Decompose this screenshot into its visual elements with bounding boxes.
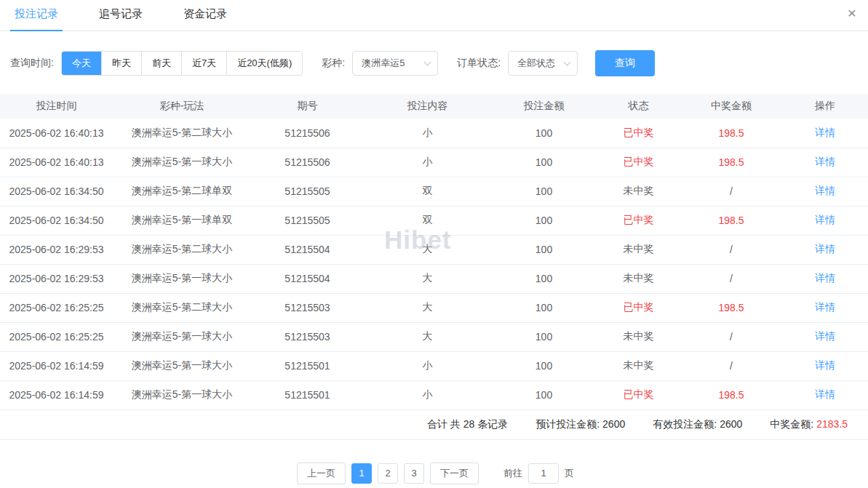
detail-link[interactable]: 详情 <box>815 127 835 138</box>
cell-action: 详情 <box>782 264 868 293</box>
cell-status: 已中奖 <box>597 148 680 177</box>
cell-issue: 51215506 <box>251 148 364 177</box>
lottery-select[interactable]: 澳洲幸运5 <box>352 51 438 76</box>
goto-suffix: 页 <box>565 467 574 480</box>
page-button-2[interactable]: 2 <box>378 463 398 484</box>
page-button-1[interactable]: 1 <box>351 463 372 484</box>
cell-action: 详情 <box>782 206 868 235</box>
page-button-3[interactable]: 3 <box>404 463 424 484</box>
summary-valid-value: 2600 <box>720 418 742 430</box>
time-filter-label: 查询时间: <box>10 57 54 70</box>
col-header-issue: 期号 <box>251 94 364 119</box>
cell-issue: 51215504 <box>251 235 364 264</box>
cell-amount: 100 <box>491 235 597 264</box>
cell-prize: 198.5 <box>680 148 782 177</box>
cell-content: 大 <box>364 235 491 264</box>
cell-bet-time: 2025-06-02 16:14:59 <box>0 380 113 409</box>
table-row: 2025-06-02 16:25:25 澳洲幸运5-第二球大小 51215503… <box>0 293 868 322</box>
cell-amount: 100 <box>491 177 597 206</box>
table-row: 2025-06-02 16:14:59 澳洲幸运5-第一球大小 51215501… <box>0 351 868 380</box>
cell-bet-time: 2025-06-02 16:25:25 <box>0 322 113 351</box>
cell-bet-time: 2025-06-02 16:25:25 <box>0 293 113 322</box>
cell-issue: 51215505 <box>251 206 364 235</box>
filter-bar: 查询时间: 今天 昨天 前天 近7天 近20天(低频) 彩种: 澳洲幸运5 订单… <box>10 50 868 76</box>
cell-issue: 51215506 <box>251 119 364 148</box>
cell-status: 未中奖 <box>597 351 680 380</box>
table-row: 2025-06-02 16:25:25 澳洲幸运5-第一球大小 51215503… <box>0 322 868 351</box>
cell-status: 已中奖 <box>597 206 680 235</box>
cell-amount: 100 <box>491 380 597 409</box>
chevron-down-icon <box>424 58 431 65</box>
summary-valid-label: 有效投注金额: <box>653 418 717 430</box>
cell-game: 澳洲幸运5-第二球大小 <box>113 235 251 264</box>
summary-prize: 中奖金额:2183.5 <box>770 418 848 431</box>
tab-bar: 投注记录 追号记录 资金记录 × <box>0 0 868 31</box>
cell-amount: 100 <box>491 322 597 351</box>
cell-prize: 198.5 <box>680 293 782 322</box>
prev-page-button[interactable]: 上一页 <box>297 463 346 484</box>
tab-chase-records[interactable]: 追号记录 <box>95 7 147 31</box>
table-header-row: 投注时间 彩种-玩法 期号 投注内容 投注金额 状态 中奖金额 操作 <box>0 94 868 119</box>
cell-amount: 100 <box>491 119 597 148</box>
cell-prize: / <box>680 177 782 206</box>
cell-bet-time: 2025-06-02 16:34:50 <box>0 206 113 235</box>
cell-status: 未中奖 <box>597 322 680 351</box>
cell-game: 澳洲幸运5-第二球单双 <box>113 177 251 206</box>
time-option-20days[interactable]: 近20天(低频) <box>226 52 302 75</box>
cell-status: 未中奖 <box>597 177 680 206</box>
cell-status: 已中奖 <box>597 293 680 322</box>
tab-bet-records[interactable]: 投注记录 <box>10 7 63 31</box>
time-option-7days[interactable]: 近7天 <box>181 52 226 75</box>
cell-game: 澳洲幸运5-第二球大小 <box>113 119 251 148</box>
cell-content: 双 <box>364 206 491 235</box>
table-row: 2025-06-02 16:34:50 澳洲幸运5-第二球单双 51215505… <box>0 177 868 206</box>
col-header-action: 操作 <box>782 94 868 119</box>
status-filter-label: 订单状态: <box>457 57 501 70</box>
detail-link[interactable]: 详情 <box>815 388 835 400</box>
lottery-select-value: 澳洲幸运5 <box>362 57 405 70</box>
cell-bet-time: 2025-06-02 16:29:53 <box>0 264 113 293</box>
detail-link[interactable]: 详情 <box>815 156 835 167</box>
cell-action: 详情 <box>782 235 868 264</box>
next-page-button[interactable]: 下一页 <box>430 463 479 484</box>
goto-page-input[interactable] <box>528 463 559 484</box>
detail-link[interactable]: 详情 <box>815 243 835 255</box>
detail-link[interactable]: 详情 <box>815 185 835 196</box>
time-option-day-before[interactable]: 前天 <box>141 52 181 75</box>
table-row: 2025-06-02 16:34:50 澳洲幸运5-第一球单双 51215505… <box>0 206 868 235</box>
cell-status: 已中奖 <box>597 380 680 409</box>
summary-expected-label: 预计投注金额: <box>535 418 600 430</box>
cell-action: 详情 <box>782 148 868 177</box>
cell-amount: 100 <box>491 293 597 322</box>
cell-issue: 51215503 <box>251 322 364 351</box>
cell-game: 澳洲幸运5-第二球大小 <box>113 293 251 322</box>
tab-fund-records[interactable]: 资金记录 <box>179 7 231 31</box>
cell-game: 澳洲幸运5-第一球大小 <box>113 322 251 351</box>
cell-issue: 51215504 <box>251 264 364 293</box>
table-row: 2025-06-02 16:40:13 澳洲幸运5-第二球大小 51215506… <box>0 119 868 148</box>
time-option-yesterday[interactable]: 昨天 <box>101 52 141 75</box>
cell-action: 详情 <box>782 293 868 322</box>
bet-records-dialog: 投注记录 追号记录 资金记录 × 查询时间: 今天 昨天 前天 近7天 近20天… <box>0 0 868 488</box>
time-option-today[interactable]: 今天 <box>62 52 101 75</box>
cell-content: 大 <box>364 293 491 322</box>
search-button[interactable]: 查询 <box>595 50 655 76</box>
cell-bet-time: 2025-06-02 16:34:50 <box>0 177 113 206</box>
cell-content: 大 <box>364 322 491 351</box>
detail-link[interactable]: 详情 <box>815 301 835 313</box>
cell-bet-time: 2025-06-02 16:14:59 <box>0 351 113 380</box>
cell-action: 详情 <box>782 380 868 409</box>
detail-link[interactable]: 详情 <box>815 359 835 371</box>
cell-game: 澳洲幸运5-第一球大小 <box>113 148 251 177</box>
cell-game: 澳洲幸运5-第一球大小 <box>113 264 251 293</box>
detail-link[interactable]: 详情 <box>815 214 835 225</box>
summary-expected: 预计投注金额:2600 <box>535 418 625 431</box>
cell-game: 澳洲幸运5-第一球大小 <box>113 351 251 380</box>
detail-link[interactable]: 详情 <box>815 272 835 284</box>
cell-game: 澳洲幸运5-第一球单双 <box>113 206 251 235</box>
cell-bet-time: 2025-06-02 16:29:53 <box>0 235 113 264</box>
detail-link[interactable]: 详情 <box>815 330 835 342</box>
close-icon[interactable]: × <box>848 5 856 20</box>
order-status-select[interactable]: 全部状态 <box>508 51 578 76</box>
cell-issue: 51215503 <box>251 293 364 322</box>
